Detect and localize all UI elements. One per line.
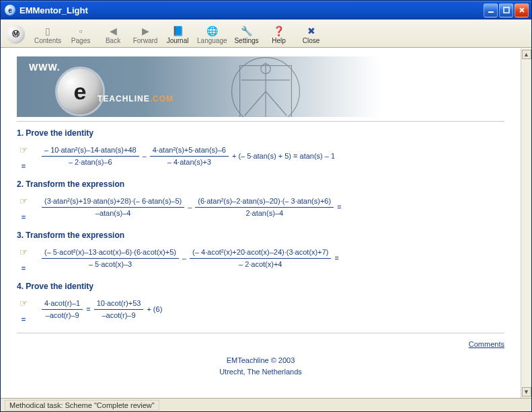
brand-main: TEACHLINE	[98, 94, 150, 104]
problem-title: 4. Prove the identity	[17, 282, 504, 291]
window-title: EMMentor_Light	[20, 5, 484, 15]
hand-icon[interactable]: ☞	[20, 196, 28, 206]
svg-line-9	[266, 91, 287, 116]
problem-expression: 4·acot(r)–1–acot(r)–9 = 10·acot(r)+53–ac…	[40, 298, 162, 321]
scroll-up-icon[interactable]: ▲	[522, 50, 531, 59]
problem-title: 2. Transform the expression	[17, 179, 504, 189]
close-app-icon: ✖	[305, 26, 317, 36]
hand-icon[interactable]: ☞	[20, 298, 28, 308]
problem-actions: ☞ =	[17, 196, 30, 221]
banner-brand: TEACHLINE.COM	[98, 94, 174, 104]
document-body: WWW. e TEACHLINE.COM 1. Prove the identi…	[1, 48, 521, 398]
svg-line-8	[245, 91, 266, 116]
problem-4: 4. Prove the identity ☞ = 4·acot(r)–1–ac…	[17, 282, 504, 323]
problem-expression: – 10·atan²(s)–14·atan(s)+48– 2·atan(s)–6…	[40, 145, 335, 167]
banner-www: WWW.	[29, 62, 61, 73]
close-icon	[519, 7, 525, 13]
maximize-button[interactable]	[499, 3, 513, 17]
equals-icon[interactable]: =	[22, 162, 26, 170]
toolbar-label: Back	[106, 37, 120, 44]
problem-expression: (3·atan²(s)+19·atan(s)+28)·(– 6·atan(s)–…	[40, 196, 342, 218]
toolbar-label: Journal	[167, 37, 189, 44]
toolbar-label: Settings	[234, 37, 258, 44]
toolbar-close-button[interactable]: ✖ Close	[299, 21, 324, 47]
comments-link[interactable]: Comments	[469, 340, 504, 348]
vitruvian-icon	[225, 56, 306, 117]
toolbar-label: Language	[197, 37, 227, 44]
banner-logo: e	[57, 69, 103, 114]
pages-icon: ▫	[75, 26, 87, 36]
contents-icon: ▯	[42, 26, 54, 36]
footer-location: Utrecht, The Netherlands	[17, 366, 504, 378]
toolbar-label: Help	[272, 37, 286, 44]
toolbar-pages-button[interactable]: ▫ Pages	[68, 21, 93, 47]
footer: EMTeachline © 2003 Utrecht, The Netherla…	[17, 355, 504, 377]
toolbar-label: Pages	[71, 37, 90, 44]
window-controls	[484, 3, 529, 17]
hand-icon[interactable]: ☞	[20, 247, 28, 257]
toolbar-settings-button[interactable]: 🔧 Settings	[234, 21, 260, 47]
maximize-icon	[503, 7, 510, 13]
banner: WWW. e TEACHLINE.COM	[17, 56, 380, 117]
toolbar-language-button[interactable]: 🌐 Language	[197, 21, 227, 47]
toolbar-contents-button[interactable]: ▯ Contents	[34, 21, 61, 47]
equals-icon[interactable]: =	[22, 213, 26, 221]
problem-expression: (– 5·acot²(x)–13·acot(x)–6)·(6·acot(x)+5…	[40, 247, 339, 270]
close-button[interactable]	[515, 3, 529, 17]
statusbar: Methodical task: Scheme "Complete review…	[1, 398, 531, 411]
problem-title: 3. Transform the expression	[17, 231, 504, 240]
journal-icon: 📘	[172, 26, 184, 36]
problem-2: 2. Transform the expression ☞ = (3·atan²…	[17, 179, 504, 221]
divider	[17, 121, 504, 122]
back-icon: ◀	[107, 26, 119, 36]
forward-icon: ▶	[139, 26, 151, 36]
toolbar-label: Contents	[34, 37, 61, 44]
vertical-scrollbar[interactable]: ▲ ▼	[521, 48, 531, 398]
footer-copyright: EMTeachline © 2003	[17, 355, 504, 366]
status-text: Methodical task: Scheme "Complete review…	[5, 400, 159, 411]
toolbar-help-button[interactable]: ❓ Help	[266, 21, 292, 47]
toolbar-label: Close	[303, 37, 320, 44]
toolbar-back-button[interactable]: ◀ Back	[100, 21, 126, 47]
toolbar-forward-button[interactable]: ▶ Forward	[132, 21, 158, 47]
hand-icon[interactable]: ☞	[20, 145, 28, 155]
brand-logo-small: Ⓜ	[6, 25, 25, 44]
titlebar: e EMMentor_Light	[1, 1, 531, 19]
problem-actions: ☞ =	[17, 145, 30, 170]
problem-3: 3. Transform the expression ☞ = (– 5·aco…	[17, 231, 504, 272]
problem-actions: ☞ =	[17, 298, 30, 323]
problem-actions: ☞ =	[17, 247, 30, 272]
minimize-button[interactable]	[484, 3, 498, 17]
problem-1: 1. Prove the identity ☞ = – 10·atan²(s)–…	[17, 128, 504, 170]
app-icon: e	[5, 5, 15, 15]
divider	[17, 333, 504, 333]
settings-icon: 🔧	[241, 26, 253, 36]
toolbar-label: Forward	[133, 37, 158, 44]
toolbar-journal-button[interactable]: 📘 Journal	[165, 21, 190, 47]
language-icon: 🌐	[206, 26, 218, 36]
content-area: WWW. e TEACHLINE.COM 1. Prove the identi…	[1, 48, 531, 398]
minimize-icon	[488, 7, 494, 13]
toolbar: Ⓜ ▯ Contents ▫ Pages ◀ Back ▶ Forward 📘 …	[1, 19, 531, 48]
brand-suffix: .COM	[150, 94, 174, 104]
app-window: e EMMentor_Light Ⓜ ▯ Contents ▫ Pages ◀ …	[0, 0, 532, 412]
help-icon: ❓	[273, 26, 285, 36]
equals-icon[interactable]: =	[22, 315, 26, 323]
problem-title: 1. Prove the identity	[17, 128, 504, 138]
svg-rect-1	[504, 7, 509, 13]
comments-row: Comments	[17, 340, 504, 348]
equals-icon[interactable]: =	[22, 264, 26, 272]
svg-rect-0	[488, 11, 494, 13]
scroll-down-icon[interactable]: ▼	[522, 387, 531, 397]
